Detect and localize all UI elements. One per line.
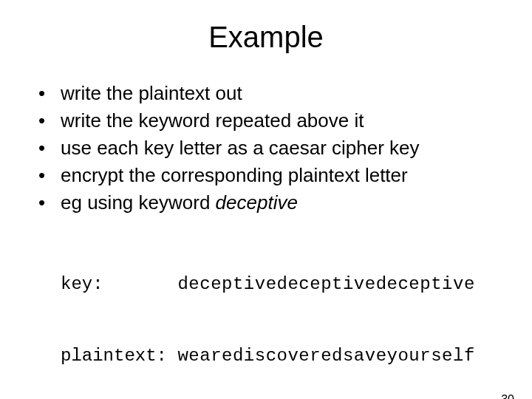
slide-title: Example	[0, 21, 532, 54]
example-label: key:	[61, 273, 177, 296]
bullet-text-prefix: eg using keyword	[61, 191, 216, 214]
bullet-text: write the keyword repeated above it	[61, 109, 364, 132]
bullet-text: encrypt the corresponding plaintext lett…	[61, 164, 408, 186]
list-item: use each key letter as a caesar cipher k…	[38, 135, 532, 161]
example-value: wearediscoveredsaveyourself	[177, 344, 474, 368]
example-label: plaintext:	[61, 344, 177, 368]
list-item: encrypt the corresponding plaintext lett…	[38, 163, 532, 188]
bullet-list: write the plaintext out write the keywor…	[38, 81, 532, 216]
bullet-text: write the plaintext out	[61, 82, 242, 104]
list-item: eg using keyword deceptive	[38, 190, 532, 216]
list-item: write the keyword repeated above it	[38, 108, 532, 134]
cipher-example: key:deceptivedeceptivedeceptive plaintex…	[61, 225, 532, 399]
bullet-text: use each key letter as a caesar cipher k…	[61, 137, 420, 159]
bullet-text-keyword: deceptive	[216, 191, 298, 214]
example-row-key: key:deceptivedeceptivedeceptive	[61, 273, 532, 296]
page-number: 30	[501, 393, 514, 399]
example-row-plaintext: plaintext:wearediscoveredsaveyourself	[61, 344, 532, 368]
example-value: deceptivedeceptivedeceptive	[177, 273, 474, 296]
slide: Example write the plaintext out write th…	[0, 21, 532, 399]
list-item: write the plaintext out	[38, 81, 532, 106]
